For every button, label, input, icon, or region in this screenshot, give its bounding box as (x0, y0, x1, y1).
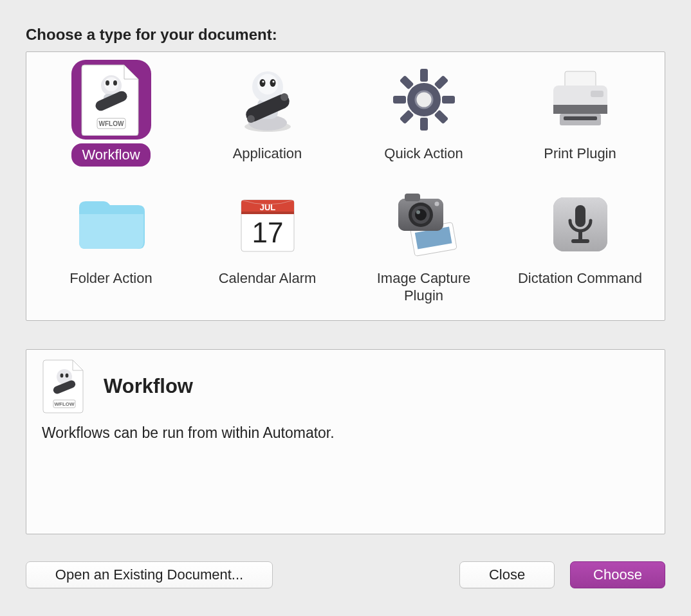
svg-text:WFLOW: WFLOW (54, 401, 75, 407)
svg-rect-23 (393, 96, 406, 104)
workflow-small-icon: WFLOW (42, 359, 87, 414)
svg-point-3 (113, 80, 117, 86)
svg-rect-24 (442, 96, 455, 104)
tile-print-plugin[interactable]: Print Plugin (508, 60, 652, 167)
description-title: Workflow (104, 375, 193, 398)
svg-rect-46 (405, 194, 420, 201)
description-panel: WFLOW Workflow Workflows can be run from… (26, 349, 665, 534)
svg-rect-35 (564, 116, 597, 120)
close-button[interactable]: Close (459, 561, 555, 588)
tile-label: Workflow (71, 143, 150, 167)
svg-rect-55 (578, 231, 582, 240)
svg-point-49 (415, 209, 427, 221)
tile-quick-action[interactable]: Quick Action (352, 60, 495, 167)
tile-calendar-alarm[interactable]: JUL 17 Calendar Alarm (196, 185, 339, 306)
svg-text:17: 17 (252, 217, 283, 248)
tile-folder-action[interactable]: Folder Action (39, 185, 183, 306)
gear-icon (384, 60, 464, 140)
microphone-icon (540, 185, 620, 264)
svg-rect-21 (420, 69, 428, 82)
svg-point-15 (262, 80, 264, 82)
svg-rect-26 (399, 110, 414, 125)
tile-label: Print Plugin (535, 143, 625, 164)
svg-point-51 (434, 201, 439, 206)
folder-icon (71, 185, 151, 264)
svg-point-50 (416, 210, 420, 214)
svg-point-16 (272, 80, 274, 82)
tile-label: Calendar Alarm (210, 268, 326, 289)
svg-point-2 (106, 80, 109, 86)
svg-rect-25 (434, 75, 448, 90)
calendar-icon: JUL 17 (228, 185, 308, 264)
tile-label: Application (224, 143, 311, 164)
open-existing-button[interactable]: Open an Existing Document... (26, 561, 273, 588)
tile-label: Quick Action (375, 143, 472, 164)
svg-point-59 (66, 373, 69, 377)
svg-rect-27 (399, 75, 414, 90)
tile-label: Dictation Command (509, 268, 651, 289)
svg-rect-56 (571, 239, 589, 243)
document-type-grid: WFLOW Workflow Application (26, 51, 665, 321)
svg-text:WFLOW: WFLOW (98, 120, 124, 127)
svg-point-13 (259, 79, 265, 87)
tile-workflow[interactable]: WFLOW Workflow (39, 60, 183, 167)
application-icon (228, 60, 308, 140)
svg-rect-36 (591, 91, 603, 97)
svg-rect-33 (553, 105, 607, 114)
tile-dictation-command[interactable]: Dictation Command (508, 185, 652, 306)
svg-point-14 (270, 79, 275, 87)
printer-icon (540, 60, 620, 140)
camera-icon (384, 185, 464, 264)
tile-label: Folder Action (60, 268, 161, 289)
description-body: Workflows can be run from within Automat… (42, 424, 649, 442)
svg-point-18 (281, 93, 288, 101)
tile-image-capture-plugin[interactable]: Image Capture Plugin (352, 185, 495, 306)
tile-label: Image Capture Plugin (352, 268, 495, 306)
dialog-button-row: Open an Existing Document... Close Choos… (26, 561, 665, 588)
svg-rect-54 (575, 205, 585, 227)
tile-application[interactable]: Application (196, 60, 339, 167)
dialog-heading: Choose a type for your document: (26, 26, 665, 44)
svg-rect-28 (434, 110, 448, 125)
choose-button[interactable]: Choose (570, 561, 665, 588)
workflow-icon: WFLOW (71, 60, 151, 140)
svg-rect-22 (420, 118, 428, 131)
svg-point-19 (247, 115, 255, 123)
svg-point-58 (60, 373, 64, 377)
